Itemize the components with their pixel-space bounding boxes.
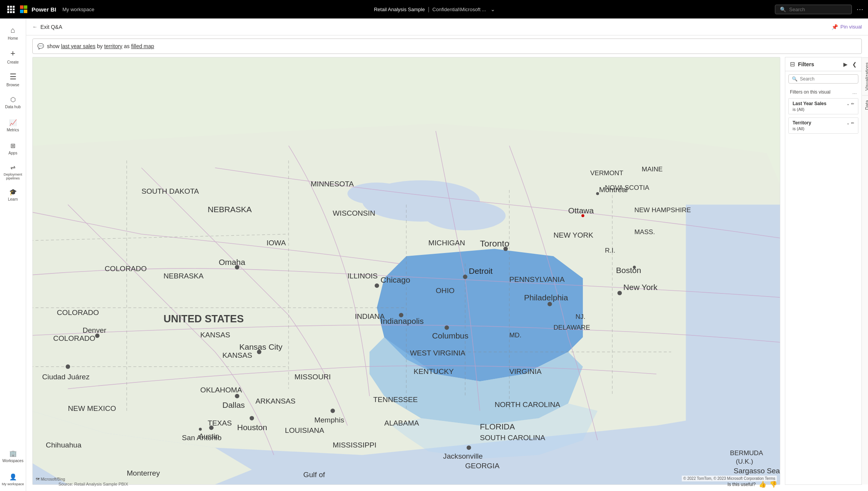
filters-title: Filters (798, 61, 840, 67)
workspace-label: My workspace (62, 7, 94, 12)
svg-text:Montreal: Montreal (599, 186, 628, 194)
sidebar-item-learn[interactable]: 🎓 Learn (2, 183, 25, 206)
filter-chevron-icon[interactable]: ⌄ (846, 102, 850, 106)
metrics-icon: 📈 (9, 119, 17, 126)
create-icon: + (10, 49, 15, 59)
svg-text:Gulf of: Gulf of (303, 471, 325, 479)
svg-point-40 (618, 291, 622, 295)
qa-underline-filledmap: filled map (131, 43, 154, 49)
map-logo: 🗺 Microsoft/Bing (36, 477, 65, 481)
svg-point-56 (199, 428, 202, 431)
qa-bar[interactable]: 💬 show last year sales by territory as f… (32, 39, 862, 54)
pin-visual-button[interactable]: 📌 Pin visual (831, 24, 862, 30)
svg-point-62 (467, 446, 471, 450)
svg-text:Houston: Houston (237, 423, 267, 432)
svg-point-36 (444, 325, 449, 330)
map-visual: Detroit Chicago Indianapolis Columbus Ph… (33, 57, 780, 484)
svg-text:Indianapolis: Indianapolis (381, 317, 424, 325)
filters-panel-header: ⊟ Filters ▶ ❮ (785, 57, 861, 71)
sidebar-item-browse[interactable]: ☰ Browse (2, 68, 25, 91)
title-separator: | (428, 6, 429, 12)
svg-text:NEBRASKA: NEBRASKA (164, 272, 204, 280)
svg-text:GEORGIA: GEORGIA (465, 462, 499, 470)
filters-collapse-icon[interactable]: ❮ (852, 61, 857, 67)
sidebar-item-label: Create (7, 60, 18, 64)
thumbs-up-button[interactable]: 👍 (759, 481, 766, 488)
more-options-icon[interactable]: ⋯ (856, 5, 863, 13)
svg-text:NEW YORK: NEW YORK (553, 231, 593, 239)
tab-visualizations[interactable]: Visualizations (862, 57, 868, 95)
tab-data[interactable]: Data (862, 95, 868, 114)
svg-text:COLORADO: COLORADO (105, 265, 147, 273)
svg-text:SOUTH DAKOTA: SOUTH DAKOTA (142, 187, 199, 195)
filter-card-lastyearsales[interactable]: Last Year Sales ⌄ ✏ is (All) (788, 98, 858, 114)
sidebar-item-create[interactable]: + Create (2, 45, 25, 68)
svg-point-58 (66, 364, 70, 369)
filter-card-territory[interactable]: Territory ⌄ ✏ is (All) (788, 117, 858, 134)
sidebar-item-deployment[interactable]: ⇌ Deployment pipelines (2, 160, 25, 183)
svg-text:Toronto: Toronto (480, 238, 509, 248)
svg-text:VERMONT: VERMONT (590, 169, 623, 177)
filter-chevron-icon[interactable]: ⌄ (846, 121, 850, 125)
svg-text:R.I.: R.I. (605, 246, 615, 254)
svg-text:MAINE: MAINE (642, 165, 663, 173)
filters-search-input[interactable] (800, 76, 858, 82)
svg-point-30 (463, 275, 467, 279)
svg-text:INDIANA: INDIANA (355, 312, 385, 320)
filters-search-box[interactable]: 🔍 (788, 74, 858, 84)
confidential-label: Confidential\Microsoft ... (432, 7, 486, 12)
filters-expand-icon[interactable]: ▶ (843, 61, 848, 67)
useful-bar: Is this useful? 👍 👎 (721, 478, 783, 491)
svg-text:New York: New York (623, 283, 658, 292)
left-sidebar: ⌂ Home + Create ☰ Browse ⬡ Data hub 📈 Me… (0, 18, 26, 491)
svg-rect-6 (7, 11, 9, 13)
sidebar-item-apps[interactable]: ⊞ Apps (2, 137, 25, 160)
sidebar-item-metrics[interactable]: 📈 Metrics (2, 114, 25, 137)
nav-center: Retail Analysis Sample | Confidential\Mi… (94, 6, 775, 12)
sidebar-item-label: Data hub (5, 105, 21, 109)
svg-text:Chicago: Chicago (381, 275, 410, 284)
filters-section-text: Filters on this visual (790, 89, 830, 95)
sidebar-item-myworkspace[interactable]: 👤 My workspace (2, 468, 25, 491)
svg-point-32 (375, 283, 379, 288)
myworkspace-icon: 👤 (9, 473, 17, 481)
sidebar-item-workspaces[interactable]: 🏢 Workspaces (2, 445, 25, 468)
svg-text:Boston: Boston (616, 266, 641, 275)
svg-text:IOWA: IOWA (267, 239, 286, 247)
svg-point-111 (209, 426, 214, 430)
sidebar-item-label: Workspaces (2, 459, 23, 463)
filter-edit-icon[interactable]: ✏ (851, 102, 854, 106)
search-box[interactable]: 🔍 (775, 5, 852, 14)
filter-card-name: Last Year Sales (793, 101, 826, 106)
svg-text:UNITED STATES: UNITED STATES (164, 313, 244, 325)
apps-icon: ⊞ (10, 142, 15, 149)
svg-point-54 (250, 416, 254, 420)
sidebar-item-home[interactable]: ⌂ Home (2, 22, 25, 45)
svg-point-60 (331, 409, 335, 413)
back-button[interactable]: ← (32, 24, 37, 30)
sidebar-item-datahub[interactable]: ⬡ Data hub (2, 91, 25, 114)
svg-text:Chihuahua: Chihuahua (46, 441, 82, 449)
svg-text:MICHIGAN: MICHIGAN (428, 239, 465, 247)
svg-rect-3 (7, 8, 9, 10)
filter-edit-icon[interactable]: ✏ (851, 121, 854, 125)
right-tabs: Visualizations Data (861, 57, 868, 484)
svg-text:BERMUDA: BERMUDA (730, 449, 763, 457)
search-input[interactable] (789, 7, 843, 12)
thumbs-down-button[interactable]: 👎 (770, 481, 777, 488)
svg-text:NEW HAMPSHIRE: NEW HAMPSHIRE (634, 206, 691, 214)
title-chevron-icon[interactable]: ⌄ (491, 6, 495, 12)
svg-text:MINNESOTA: MINNESOTA (310, 180, 354, 188)
sub-toolbar: ← Exit Q&A 📌 Pin visual (26, 18, 868, 35)
filter-card-value: is (All) (793, 107, 854, 112)
svg-text:MISSISSIPPI: MISSISSIPPI (333, 441, 377, 449)
filter-card-value: is (All) (793, 126, 854, 131)
svg-text:KANSAS: KANSAS (200, 331, 230, 339)
svg-rect-2 (13, 6, 15, 8)
svg-text:Ciudad Juárez: Ciudad Juárez (42, 373, 90, 381)
svg-text:ILLINOIS: ILLINOIS (347, 272, 378, 280)
filter-card-name: Territory (793, 120, 811, 126)
apps-menu-button[interactable] (5, 3, 17, 15)
map-container[interactable]: Detroit Chicago Indianapolis Columbus Ph… (32, 57, 780, 485)
filters-more-button[interactable]: ... (852, 89, 857, 95)
